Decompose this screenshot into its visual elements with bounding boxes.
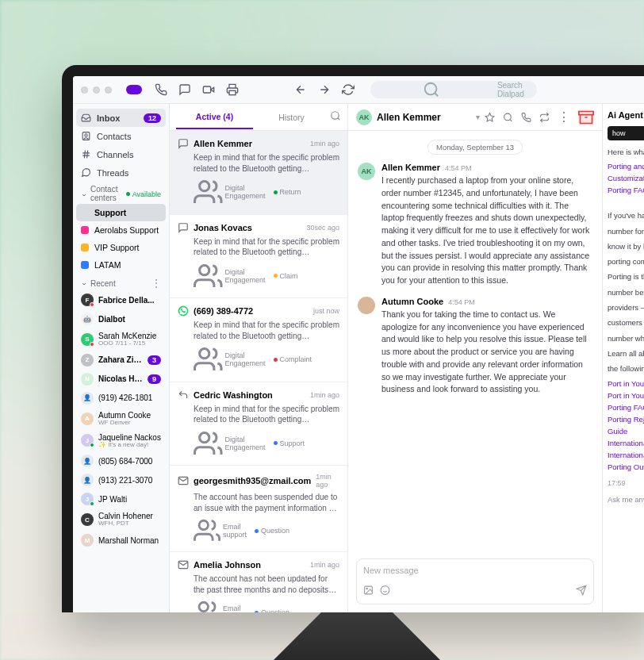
reload-icon[interactable] [342, 83, 355, 96]
avatar: M [81, 534, 94, 547]
recent-item[interactable]: N Nicolas Horn 9 [76, 370, 166, 389]
global-search[interactable]: Search Dialpad [370, 81, 537, 98]
thread-item[interactable]: Allen Kemmer 1min ago Keep in mind that … [170, 131, 347, 215]
category-tag: Question [255, 517, 289, 544]
avatar: A [81, 412, 94, 425]
avatar: S [81, 333, 94, 346]
recent-item[interactable]: J Jaqueline Nackos✨ It's a new day! [76, 430, 166, 452]
nav-channels[interactable]: Channels [76, 145, 166, 163]
ai-link[interactable]: International Po [608, 451, 644, 459]
contact-name[interactable]: Allen Kemmer [377, 112, 471, 123]
recent-item[interactable]: Z Zahara Zipp,... 3 [76, 351, 166, 370]
ai-link[interactable]: Porting FAQs [608, 186, 644, 194]
phone-icon[interactable] [521, 109, 531, 125]
inbox-tabs: Active (4) History [170, 104, 347, 131]
app-window: Search Dialpad Inbox 12 Contacts Channel… [62, 65, 644, 612]
ai-link[interactable]: Porting Out Dialp [608, 462, 644, 471]
composer-input[interactable]: New message [363, 566, 587, 575]
contact-center-item[interactable]: LATAM [76, 256, 166, 274]
category-tag: Claim [274, 262, 298, 291]
chevron-down-icon [81, 191, 87, 198]
top-toolbar: Search Dialpad [73, 76, 644, 104]
mail-icon [178, 475, 189, 486]
badge: 3 [148, 355, 161, 365]
nav-back-icon[interactable] [294, 83, 307, 96]
nav-forward-icon[interactable] [318, 83, 331, 96]
ai-link[interactable]: Port in Your Loca [608, 379, 644, 388]
ai-link[interactable]: Guide [608, 427, 644, 436]
recent-item[interactable]: 🤖 Dialbot [76, 309, 166, 328]
mail-icon [178, 559, 189, 570]
svg-point-18 [366, 588, 368, 589]
more-icon[interactable]: ⋮ [558, 109, 570, 125]
thread-item[interactable]: Amelia Johnson 1min ago The account has … [170, 552, 347, 612]
image-icon[interactable] [363, 583, 374, 597]
recent-item[interactable]: 👤 (805) 684-7000 [76, 451, 166, 470]
video-icon[interactable] [202, 83, 215, 96]
recent-item[interactable]: 👤 (919) 426-1801 [76, 389, 166, 408]
ai-link[interactable]: Porting Rejection [608, 415, 644, 424]
avatar: 🤖 [81, 313, 94, 325]
archive-icon[interactable] [578, 109, 594, 125]
ai-assist-panel: Ai Agent Assi how Here is what I fo Port… [603, 104, 644, 612]
avatar: 👤 [81, 392, 94, 405]
svg-point-19 [381, 586, 389, 595]
contact-center-item[interactable]: VIP Support [76, 239, 166, 256]
whatsapp-icon [178, 305, 189, 317]
print-icon[interactable] [226, 83, 239, 96]
channel-tag: Digital Engagement [194, 262, 266, 291]
nav-contacts[interactable]: Contacts [76, 127, 166, 145]
star-icon[interactable] [485, 109, 495, 125]
tab-history[interactable]: History [253, 106, 330, 129]
avatar: 👤 [81, 455, 94, 467]
transfer-icon[interactable] [539, 109, 550, 125]
ai-link[interactable]: Port in Your Toll- [608, 391, 644, 400]
category-tag: Question [255, 599, 289, 612]
thread-item[interactable]: Jonas Kovacs 30sec ago Keep in mind that… [170, 215, 347, 299]
svg-point-10 [200, 432, 209, 442]
recent-header[interactable]: Recent ⋮ [76, 274, 166, 290]
recent-item[interactable]: S Sarah McKenzieOOO 7/11 - 7/15 [76, 328, 166, 351]
contact-center-item[interactable]: Aerolabs Support [76, 221, 166, 239]
thread-item[interactable]: (669) 389-4772 just now Keep in mind tha… [170, 298, 347, 382]
message-composer[interactable]: New message [356, 558, 594, 604]
channel-tag: Email support [194, 599, 247, 612]
emoji-icon[interactable] [380, 583, 390, 597]
ai-link[interactable]: Porting FAQs [608, 403, 644, 412]
recent-item[interactable]: F Fabrice Della... [76, 290, 166, 309]
availability-status[interactable]: Available [126, 190, 161, 198]
svg-point-9 [200, 349, 209, 359]
conversation-header: AK Allen Kemmer ▾ ⋮ [348, 104, 602, 131]
contact-center-item[interactable]: Support [76, 204, 166, 221]
search-icon[interactable] [503, 109, 513, 125]
ai-ask-input[interactable]: Ask me anything [608, 495, 644, 504]
ai-link[interactable]: Customization [608, 174, 644, 182]
tab-active[interactable]: Active (4) [176, 106, 253, 129]
search-icon[interactable] [330, 110, 341, 125]
nav-threads[interactable]: Threads [76, 163, 166, 182]
recent-item[interactable]: A Autumn CookeWF Denver [76, 408, 166, 430]
message-icon[interactable] [178, 83, 191, 96]
recent-item[interactable]: C Calvin HohenerWFH, PDT [76, 508, 166, 531]
recent-item[interactable]: M Marshall Norman [76, 531, 166, 550]
thread-item[interactable]: Cedric Washington 1min ago Keep in mind … [170, 382, 347, 466]
ai-link[interactable]: Porting and Num [608, 162, 644, 171]
more-icon[interactable]: ⋮ [151, 278, 161, 289]
contact-centers-header[interactable]: Contactcenters Available [76, 182, 166, 204]
ai-link[interactable]: International Por [608, 439, 644, 447]
phone-icon[interactable] [155, 83, 167, 96]
recent-item[interactable]: 👤 (913) 221-3070 [76, 470, 166, 489]
recent-item[interactable]: J JP Walti [76, 489, 166, 508]
chevron-down-icon[interactable]: ▾ [476, 113, 480, 121]
send-icon[interactable] [576, 583, 587, 597]
threads-icon [81, 167, 91, 178]
channel-tag: Digital Engagement [194, 345, 266, 374]
avatar: N [81, 373, 94, 386]
nav-inbox[interactable]: Inbox 12 [76, 109, 166, 127]
svg-point-5 [332, 111, 339, 118]
window-traffic-lights[interactable] [81, 86, 112, 94]
thread-item[interactable]: georgesmith935@zmail.com 1min ago The ac… [170, 466, 347, 552]
avatar: 👤 [81, 474, 94, 486]
avatar: J [81, 493, 94, 505]
avatar: J [81, 434, 94, 447]
